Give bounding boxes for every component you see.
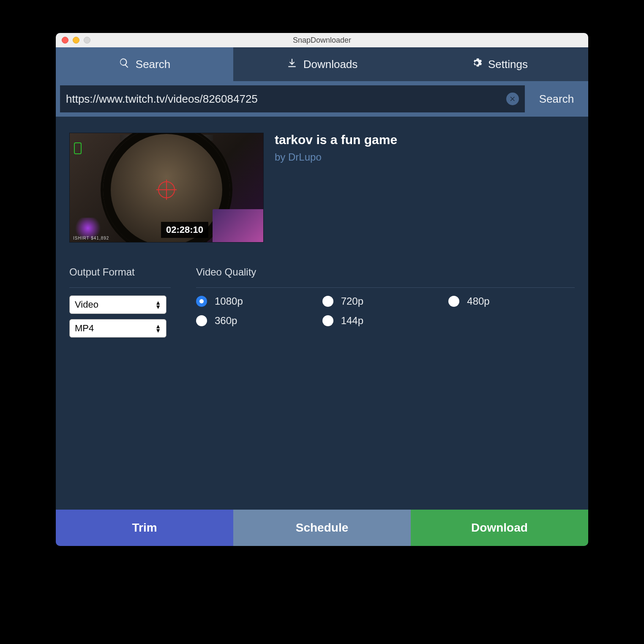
- tab-label: Search: [136, 58, 170, 71]
- search-button[interactable]: Search: [525, 85, 588, 112]
- download-button[interactable]: Download: [411, 510, 588, 546]
- facecam-pip: [213, 209, 263, 242]
- quality-option-1080p[interactable]: 1080p: [196, 295, 322, 307]
- quality-label: 1080p: [215, 295, 243, 307]
- url-input-container: [60, 85, 525, 112]
- tab-settings[interactable]: Settings: [411, 47, 588, 81]
- search-bar: Search: [56, 81, 588, 117]
- trim-button[interactable]: Trim: [56, 510, 233, 546]
- video-quality-section: Video Quality 1080p720p480p360p144p: [196, 266, 575, 343]
- clear-icon[interactable]: [506, 93, 519, 105]
- button-label: Schedule: [296, 521, 348, 535]
- section-title: Output Format: [69, 266, 171, 288]
- quality-option-360p[interactable]: 360p: [196, 315, 322, 327]
- video-author: by DrLupo: [275, 151, 397, 163]
- output-format-section: Output Format Video ▲▼ MP4 ▲▼: [69, 266, 171, 343]
- quality-label: 360p: [215, 315, 237, 327]
- duration-badge: 02:28:10: [161, 222, 208, 238]
- footer-actions: Trim Schedule Download: [56, 510, 588, 546]
- options-row: Output Format Video ▲▼ MP4 ▲▼ Video Qual…: [69, 266, 575, 343]
- video-result: ISHIRT $41,892 02:28:10 tarkov is a fun …: [69, 133, 575, 243]
- button-label: Download: [471, 521, 528, 535]
- select-value: MP4: [75, 323, 94, 334]
- search-button-label: Search: [539, 93, 574, 106]
- video-thumbnail[interactable]: ISHIRT $41,892 02:28:10: [69, 133, 264, 243]
- tab-downloads[interactable]: Downloads: [233, 47, 411, 81]
- window-title: SnapDownloader: [56, 36, 588, 45]
- video-meta: tarkov is a fun game by DrLupo: [275, 133, 397, 243]
- radio-icon: [322, 296, 333, 307]
- crosshair-icon: [158, 181, 175, 198]
- select-value: Video: [75, 299, 98, 310]
- hud-player-icon: [74, 142, 82, 154]
- schedule-button[interactable]: Schedule: [233, 510, 411, 546]
- section-title: Video Quality: [196, 266, 575, 288]
- tab-label: Settings: [488, 58, 528, 71]
- quality-label: 720p: [341, 295, 363, 307]
- quality-label: 144p: [341, 315, 363, 327]
- quality-options: 1080p720p480p360p144p: [196, 295, 575, 327]
- format-type-select[interactable]: Video ▲▼: [69, 295, 166, 314]
- tab-search[interactable]: Search: [56, 47, 233, 81]
- gear-icon: [471, 57, 482, 71]
- hud-bottom-text: ISHIRT $41,892: [73, 236, 109, 240]
- url-input[interactable]: [66, 93, 506, 106]
- quality-label: 480p: [467, 295, 489, 307]
- radio-icon: [448, 296, 459, 307]
- content-area: ISHIRT $41,892 02:28:10 tarkov is a fun …: [56, 117, 588, 510]
- video-title: tarkov is a fun game: [275, 133, 397, 147]
- chevron-updown-icon: ▲▼: [155, 300, 161, 309]
- quality-option-720p[interactable]: 720p: [322, 295, 449, 307]
- chevron-updown-icon: ▲▼: [155, 324, 161, 333]
- quality-option-144p[interactable]: 144p: [322, 315, 449, 327]
- app-window: SnapDownloader Search Downloads Settings: [56, 33, 588, 546]
- radio-icon: [196, 315, 207, 326]
- radio-icon: [196, 296, 207, 307]
- format-container-select[interactable]: MP4 ▲▼: [69, 319, 166, 338]
- radio-icon: [322, 315, 333, 326]
- download-icon: [287, 57, 297, 71]
- tab-label: Downloads: [303, 58, 358, 71]
- search-icon: [119, 57, 130, 71]
- quality-option-480p[interactable]: 480p: [448, 295, 575, 307]
- titlebar: SnapDownloader: [56, 33, 588, 47]
- button-label: Trim: [132, 521, 157, 535]
- main-tabs: Search Downloads Settings: [56, 47, 588, 81]
